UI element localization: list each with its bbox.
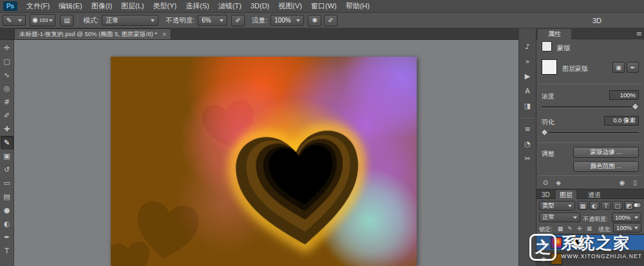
lock-image-pixels-icon[interactable]: ✎ bbox=[565, 224, 574, 233]
density-value-box[interactable]: 100% bbox=[609, 90, 639, 100]
rectangular-marquee-tool[interactable]: ▢ bbox=[1, 55, 14, 68]
filter-shape-layers-icon[interactable]: ▢ bbox=[612, 201, 623, 210]
document-canvas[interactable] bbox=[111, 57, 417, 266]
tab-properties[interactable]: 属性 bbox=[538, 29, 571, 39]
crop-tool-icon: # bbox=[4, 98, 10, 106]
fill-select[interactable]: 100% bbox=[613, 223, 641, 233]
divider bbox=[539, 175, 642, 176]
layers-opacity-value: 100% bbox=[615, 214, 630, 221]
blend-mode-select[interactable]: 正常 bbox=[102, 15, 158, 26]
blur-tool[interactable]: ● bbox=[1, 204, 14, 217]
tab-layers[interactable]: 图层 bbox=[556, 190, 576, 200]
select-pixel-mask-button[interactable]: ▣ bbox=[612, 62, 625, 73]
move-tool[interactable]: ✛ bbox=[1, 41, 14, 55]
pen-tool[interactable]: ✒ bbox=[1, 231, 14, 244]
feather-slider[interactable] bbox=[542, 132, 638, 134]
mask-edge-button[interactable]: 蒙版边缘 ... bbox=[573, 147, 639, 158]
pressure-opacity-button[interactable]: ✐ bbox=[231, 15, 245, 26]
collapsed-panel-actions-icon[interactable]: » bbox=[521, 56, 534, 67]
menu-help[interactable]: 帮助(H) bbox=[341, 0, 374, 12]
type-tool[interactable]: T bbox=[1, 244, 14, 258]
workspace-switcher-3d[interactable]: 3D bbox=[587, 15, 607, 26]
dodge-tool[interactable]: ◐ bbox=[1, 217, 14, 231]
adjust-label: 调整 bbox=[542, 149, 554, 158]
layer-mask-thumbnail[interactable] bbox=[542, 59, 557, 75]
lock-transparent-pixels-icon[interactable]: ▦ bbox=[556, 224, 565, 233]
menu-3d[interactable]: 3D(D) bbox=[246, 0, 274, 12]
load-selection-from-mask-icon[interactable]: ⊙ bbox=[540, 178, 551, 187]
airbrush-toggle-button[interactable]: ✱ bbox=[308, 15, 321, 26]
lock-all-icon[interactable]: ⊠ bbox=[585, 224, 594, 233]
opacity-label: 不透明度: bbox=[166, 16, 194, 25]
menu-select[interactable]: 选择(S) bbox=[181, 0, 214, 12]
density-label: 浓度 bbox=[542, 92, 554, 101]
lock-position-icon[interactable]: ✛ bbox=[575, 224, 584, 233]
brush-preset-picker[interactable]: 153 bbox=[30, 14, 55, 26]
crop-tool[interactable]: # bbox=[1, 95, 14, 109]
layer-filter-toggle[interactable] bbox=[633, 202, 641, 208]
healing-brush-tool-icon: ✚ bbox=[4, 125, 10, 133]
collapsed-panel-styles-icon[interactable]: ◨ bbox=[521, 100, 534, 111]
document-tab[interactable]: 未标题-1-恢复的.psd @ 50% (椭圆 5, 图层蒙版/8) * × bbox=[14, 28, 171, 39]
tool-preset-picker[interactable]: ✎ bbox=[3, 15, 26, 26]
layers-blend-mode-select[interactable]: 正常 bbox=[539, 213, 580, 222]
feather-value-box[interactable]: 0.0 像素 bbox=[604, 116, 639, 126]
menu-layer[interactable]: 图层(L) bbox=[117, 0, 148, 12]
menu-filter[interactable]: 滤镜(T) bbox=[214, 0, 246, 12]
density-slider[interactable] bbox=[542, 106, 638, 108]
opacity-select[interactable]: 6% bbox=[198, 15, 227, 26]
gradient-tool[interactable]: ▤ bbox=[1, 190, 14, 204]
select-vector-mask-button[interactable]: ✒ bbox=[627, 62, 639, 73]
layers-panel-tabs: 3D 图层 通道 bbox=[536, 189, 644, 199]
menu-view[interactable]: 视图(V) bbox=[274, 0, 307, 12]
pen-pressure-icon: ✐ bbox=[236, 17, 241, 24]
collapsed-panel-character-icon[interactable]: A bbox=[521, 86, 534, 97]
brush-size-value: 153 bbox=[39, 17, 48, 23]
collapsed-panel-histogram-icon[interactable]: ≡ bbox=[521, 124, 534, 135]
menu-image[interactable]: 图像(I) bbox=[87, 0, 117, 12]
close-tab-icon[interactable]: × bbox=[162, 31, 166, 38]
divider bbox=[539, 142, 642, 143]
delete-mask-trash-icon[interactable]: ▯ bbox=[630, 178, 640, 187]
flow-select[interactable]: 100% bbox=[270, 15, 304, 26]
pressure-size-button[interactable]: ✐ bbox=[324, 15, 337, 26]
layers-blend-mode-value: 正常 bbox=[542, 213, 554, 222]
canvas-pasteboard bbox=[14, 40, 518, 266]
watermark-url: WWW.XITONGZHIJIA.NET bbox=[561, 254, 642, 260]
panel-menu-icon[interactable]: ≡ bbox=[636, 30, 642, 38]
clone-stamp-tool[interactable]: ▣ bbox=[1, 149, 14, 163]
density-slider-knob[interactable] bbox=[631, 102, 639, 111]
spot-healing-brush-tool[interactable]: ✚ bbox=[1, 122, 14, 136]
eyedropper-tool[interactable]: ✐ bbox=[1, 109, 14, 122]
menu-window[interactable]: 窗口(W) bbox=[307, 0, 341, 12]
filter-adjustment-layers-icon[interactable]: ◐ bbox=[589, 201, 600, 210]
collapsed-panel-notes-icon[interactable]: ♪ bbox=[521, 41, 534, 52]
eraser-tool[interactable]: ▭ bbox=[1, 176, 14, 190]
collapsed-panel-cut-icon[interactable]: ✂ bbox=[521, 153, 534, 164]
filter-pixel-layers-icon[interactable]: ▦ bbox=[578, 201, 588, 210]
feather-slider-knob[interactable] bbox=[540, 128, 549, 137]
gradient-tool-icon: ▤ bbox=[3, 193, 10, 201]
toggle-brush-panel-button[interactable]: ▤ bbox=[60, 15, 73, 26]
layer-filter-type-select[interactable]: 类型 bbox=[539, 201, 575, 211]
properties-header: 属性 ≡ bbox=[536, 28, 644, 39]
menu-edit[interactable]: 编辑(E) bbox=[54, 0, 87, 12]
collapsed-panel-clock-icon[interactable]: ◔ bbox=[521, 138, 534, 149]
menu-file[interactable]: 文件(F) bbox=[22, 0, 54, 12]
filter-type-layers-icon[interactable]: T bbox=[601, 201, 611, 210]
tab-channels[interactable]: 通道 bbox=[584, 190, 605, 200]
menu-type[interactable]: 类型(Y) bbox=[149, 0, 182, 12]
lasso-tool[interactable]: ∿ bbox=[1, 68, 14, 82]
brush-panel-icon: ▤ bbox=[64, 17, 70, 24]
dropdown-arrow-icon bbox=[151, 19, 155, 22]
brush-tool[interactable]: ✎ bbox=[1, 136, 14, 149]
mask-visibility-eye-icon[interactable]: ◉ bbox=[617, 178, 627, 187]
apply-mask-icon[interactable]: ◈ bbox=[553, 178, 564, 187]
pen-pressure-icon: ✐ bbox=[328, 17, 333, 24]
layers-opacity-select[interactable]: 100% bbox=[612, 213, 641, 222]
quick-selection-tool[interactable]: ◎ bbox=[1, 82, 14, 95]
tab-3d[interactable]: 3D bbox=[538, 190, 554, 200]
collapsed-panel-play-icon[interactable]: ▶ bbox=[521, 71, 534, 82]
color-range-button[interactable]: 颜色范围 ... bbox=[573, 161, 639, 172]
history-brush-tool[interactable]: ↺ bbox=[1, 163, 14, 176]
